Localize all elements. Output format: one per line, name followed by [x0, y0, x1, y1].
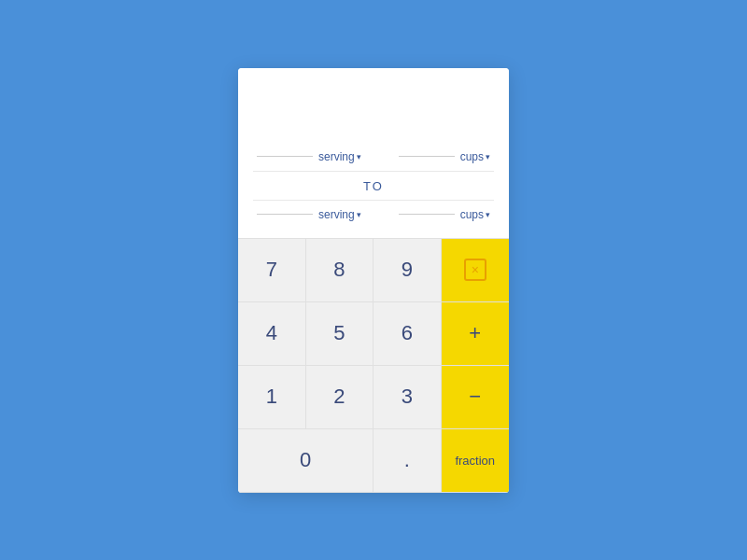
from-unit-selector[interactable]: serving	[318, 150, 361, 163]
from-row: serving cups	[253, 143, 494, 171]
to-label: TO	[363, 179, 384, 193]
key-plus[interactable]: +	[442, 302, 510, 366]
to-value-group: serving	[257, 208, 361, 221]
key-minus[interactable]: −	[442, 366, 510, 429]
to-divider: TO	[253, 171, 494, 201]
key-9[interactable]: 9	[374, 239, 442, 302]
key-6[interactable]: 6	[374, 302, 442, 366]
key-backspace[interactable]: ×	[442, 239, 510, 302]
from-value-group: serving	[257, 150, 361, 163]
to-cups-line	[399, 214, 455, 215]
top-display	[253, 87, 494, 143]
display-section: serving cups TO serving cups	[238, 68, 509, 238]
to-unit-selector[interactable]: serving	[318, 208, 361, 221]
key-1[interactable]: 1	[238, 366, 306, 429]
from-input-line	[257, 156, 313, 157]
keypad: 7 8 9 × 4 5 6 + 1 2 3 − 0 . fraction	[238, 238, 509, 493]
from-unit-group: cups	[399, 150, 490, 163]
key-8[interactable]: 8	[306, 239, 374, 302]
key-7[interactable]: 7	[238, 239, 306, 302]
key-5[interactable]: 5	[306, 302, 374, 366]
key-3[interactable]: 3	[374, 366, 442, 429]
key-dot[interactable]: .	[374, 429, 442, 493]
to-unit-group: cups	[399, 208, 490, 221]
key-2[interactable]: 2	[306, 366, 374, 429]
to-input-line	[257, 214, 313, 215]
key-fraction[interactable]: fraction	[442, 429, 510, 493]
key-4[interactable]: 4	[238, 302, 306, 366]
from-cups-selector[interactable]: cups	[460, 150, 490, 163]
key-0[interactable]: 0	[238, 429, 374, 493]
calculator: serving cups TO serving cups 7 8	[238, 68, 509, 493]
to-row: serving cups	[253, 201, 494, 229]
to-cups-selector[interactable]: cups	[460, 208, 490, 221]
backspace-icon: ×	[464, 259, 486, 281]
from-cups-line	[399, 156, 455, 157]
